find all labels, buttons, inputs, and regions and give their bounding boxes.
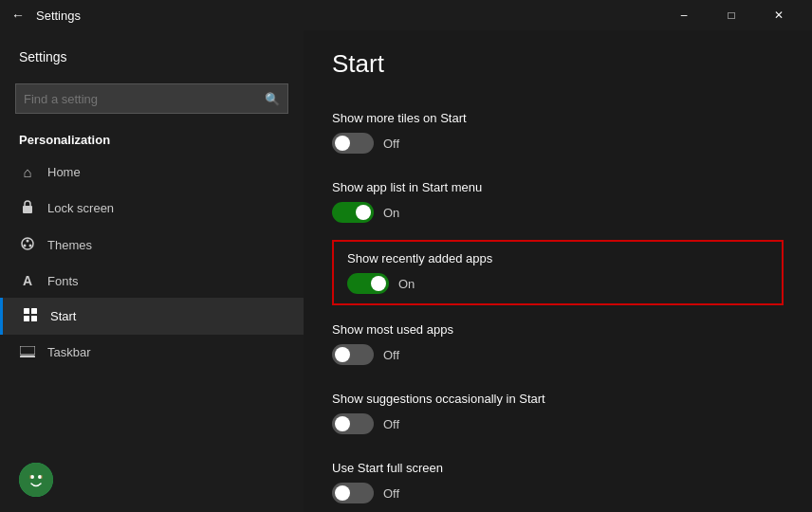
appuals-logo bbox=[19, 463, 53, 497]
start-icon bbox=[22, 307, 39, 325]
toggle-state-show-app-list: On bbox=[383, 206, 399, 220]
toggle-show-more-tiles[interactable] bbox=[332, 133, 374, 154]
sidebar-header: Settings bbox=[0, 30, 304, 74]
sidebar-item-label-themes: Themes bbox=[47, 238, 285, 252]
sidebar-item-taskbar[interactable]: Taskbar bbox=[0, 335, 304, 370]
toggle-state-show-more-tiles: Off bbox=[383, 137, 399, 151]
setting-show-more-tiles: Show more tiles on Start Off bbox=[332, 101, 784, 163]
toggle-use-full-screen[interactable] bbox=[332, 483, 374, 503]
setting-show-most-used: Show most used apps Off bbox=[332, 313, 784, 375]
svg-point-3 bbox=[24, 245, 27, 247]
sidebar-item-label-start: Start bbox=[50, 309, 285, 323]
toggle-state-use-full-screen: Off bbox=[383, 486, 399, 501]
sidebar-item-home[interactable]: ⌂ Home bbox=[0, 155, 304, 190]
sidebar-app-title: Settings bbox=[19, 49, 285, 64]
content-pane: Start Show more tiles on Start Off Show … bbox=[304, 30, 812, 512]
search-icon[interactable]: 🔍 bbox=[265, 92, 280, 106]
svg-rect-9 bbox=[20, 346, 35, 355]
sidebar-item-start[interactable]: Start bbox=[0, 298, 304, 335]
setting-row-show-more-tiles: Off bbox=[332, 133, 784, 154]
toggle-knob-use-full-screen bbox=[335, 485, 350, 501]
sidebar: Settings 🔍 Personalization ⌂ Home Lock s… bbox=[0, 30, 304, 512]
minimize-button[interactable]: – bbox=[662, 0, 706, 30]
setting-label-show-more-tiles: Show more tiles on Start bbox=[332, 111, 784, 125]
toggle-knob-show-most-used bbox=[335, 347, 350, 362]
sidebar-section-label: Personalization bbox=[0, 129, 304, 155]
setting-row-show-recently-added: On bbox=[347, 273, 768, 294]
toggle-state-show-most-used: Off bbox=[383, 348, 399, 362]
svg-rect-10 bbox=[20, 356, 35, 357]
setting-show-recently-added: Show recently added apps On bbox=[332, 240, 784, 305]
page-title: Start bbox=[332, 49, 784, 79]
sidebar-item-fonts[interactable]: A Fonts bbox=[0, 264, 304, 298]
fonts-icon: A bbox=[19, 273, 36, 288]
setting-row-use-full-screen: Off bbox=[332, 483, 784, 503]
toggle-knob-show-suggestions bbox=[335, 416, 350, 431]
toggle-show-suggestions[interactable] bbox=[332, 413, 374, 434]
themes-icon bbox=[19, 236, 36, 254]
setting-label-show-app-list: Show app list in Start menu bbox=[332, 180, 784, 194]
setting-label-show-most-used: Show most used apps bbox=[332, 322, 784, 337]
sidebar-item-label-fonts: Fonts bbox=[47, 274, 285, 288]
back-button[interactable]: ← bbox=[11, 8, 25, 23]
svg-point-4 bbox=[29, 245, 32, 247]
setting-label-show-suggestions: Show suggestions occasionally in Start bbox=[332, 392, 784, 406]
setting-show-suggestions: Show suggestions occasionally in Start O… bbox=[332, 382, 784, 444]
sidebar-item-label-home: Home bbox=[47, 165, 285, 179]
svg-rect-8 bbox=[31, 316, 37, 321]
title-bar-title: Settings bbox=[36, 9, 662, 23]
toggle-knob-show-app-list bbox=[356, 205, 371, 220]
svg-rect-5 bbox=[24, 308, 29, 314]
main-layout: Settings 🔍 Personalization ⌂ Home Lock s… bbox=[0, 30, 812, 512]
svg-rect-0 bbox=[23, 206, 32, 213]
home-icon: ⌂ bbox=[19, 164, 36, 180]
sidebar-item-label-taskbar: Taskbar bbox=[47, 345, 285, 359]
svg-point-11 bbox=[19, 463, 53, 497]
sidebar-item-label-lock-screen: Lock screen bbox=[47, 201, 285, 215]
toggle-state-show-suggestions: Off bbox=[383, 417, 399, 431]
window-controls: – □ ✕ bbox=[662, 0, 801, 30]
sidebar-logo bbox=[0, 453, 304, 512]
taskbar-icon bbox=[19, 344, 36, 360]
maximize-button[interactable]: □ bbox=[710, 0, 753, 30]
setting-row-show-app-list: On bbox=[332, 202, 784, 223]
sidebar-item-themes[interactable]: Themes bbox=[0, 227, 304, 264]
sidebar-item-lock-screen[interactable]: Lock screen bbox=[0, 190, 304, 227]
toggle-knob-show-more-tiles bbox=[335, 136, 350, 151]
toggle-show-recently-added[interactable] bbox=[347, 273, 389, 294]
toggle-show-most-used[interactable] bbox=[332, 344, 374, 365]
svg-rect-7 bbox=[24, 316, 29, 321]
lock-screen-icon bbox=[19, 199, 36, 217]
toggle-show-app-list[interactable] bbox=[332, 202, 374, 223]
setting-row-show-suggestions: Off bbox=[332, 413, 784, 434]
title-bar: ← Settings – □ ✕ bbox=[0, 0, 812, 30]
setting-label-use-full-screen: Use Start full screen bbox=[332, 461, 784, 475]
setting-row-show-most-used: Off bbox=[332, 344, 784, 365]
search-input[interactable] bbox=[24, 92, 265, 106]
toggle-knob-show-recently-added bbox=[371, 276, 386, 291]
toggle-state-show-recently-added: On bbox=[398, 277, 415, 291]
svg-point-14 bbox=[29, 475, 31, 479]
svg-point-15 bbox=[41, 475, 43, 479]
setting-use-full-screen: Use Start full screen Off bbox=[332, 451, 784, 512]
setting-show-app-list: Show app list in Start menu On bbox=[332, 171, 784, 232]
close-button[interactable]: ✕ bbox=[757, 0, 801, 30]
setting-label-show-recently-added: Show recently added apps bbox=[347, 251, 768, 265]
svg-point-2 bbox=[27, 240, 29, 243]
search-box[interactable]: 🔍 bbox=[15, 83, 288, 114]
svg-rect-6 bbox=[31, 308, 37, 314]
